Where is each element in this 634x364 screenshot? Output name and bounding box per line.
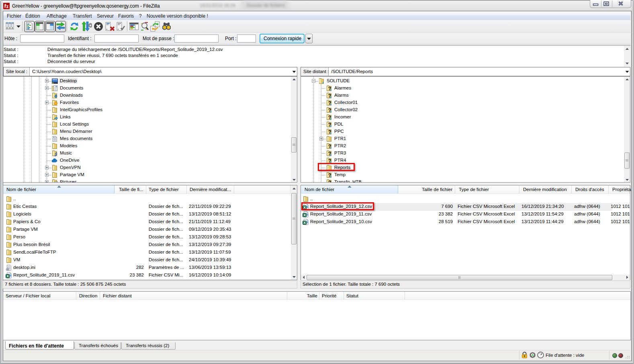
svg-text:a: a [306,212,309,216]
svg-text:?: ? [328,179,331,182]
svg-text:A: A [531,353,534,357]
svg-text:a: a [306,220,309,224]
svg-text:X: X [6,274,9,278]
svg-text:X: X [303,221,306,225]
svg-text:X: X [303,213,306,217]
svg-text:a: a [9,273,12,277]
